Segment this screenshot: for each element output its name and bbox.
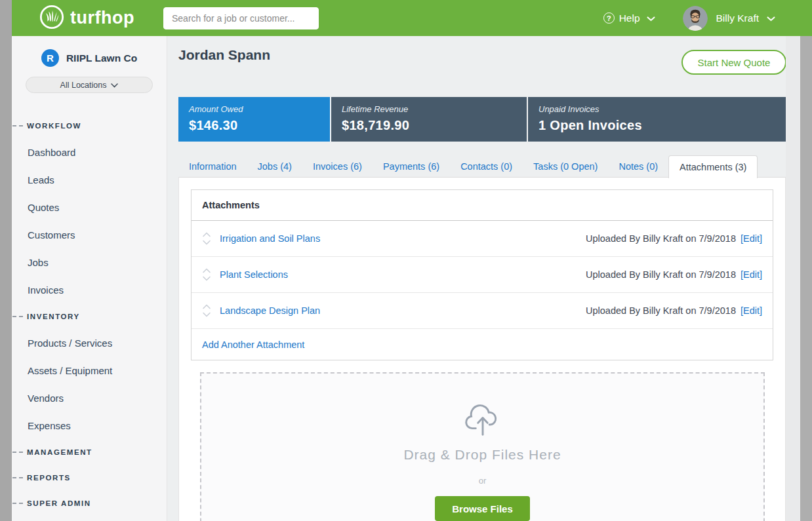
attachment-row: Landscape Design Plan Uploaded By Billy … [192,293,773,329]
reorder-handle[interactable] [202,232,211,245]
attachment-edit-link[interactable]: [Edit] [741,305,762,316]
chevron-down-icon [111,81,118,90]
stat-label: Amount Owed [189,104,330,114]
attachment-row: Plant Selections Uploaded By Billy Kraft… [192,257,773,293]
sidebar-section-header[interactable]: INVENTORY [12,303,167,329]
dropzone-title: Drag & Drop Files Here [201,447,763,463]
page-title: Jordan Spann [178,47,270,63]
add-another-attachment-link[interactable]: Add Another Attachment [202,339,304,350]
tab[interactable]: Information [178,156,247,178]
attachment-name-link[interactable]: Irrigation and Soil Plans [220,233,320,244]
attachment-edit-link[interactable]: [Edit] [741,233,762,244]
attachment-row: Irrigation and Soil Plans Uploaded By Bi… [192,221,773,257]
sidebar-item[interactable]: Quotes [12,193,167,221]
sidebar-section-header[interactable]: MANAGEMENT [12,439,167,465]
tab[interactable]: Notes (0) [608,156,668,178]
stat-unpaid-invoices: Unpaid Invoices 1 Open Invoices [527,97,786,142]
stat-amount-owed: Amount Owed $146.30 [178,97,330,142]
file-dropzone[interactable]: Drag & Drop Files Here or Browse Files [200,372,765,521]
add-attachment-row: Add Another Attachment [192,329,773,360]
chevron-down-icon[interactable] [767,12,775,24]
brand-logo[interactable]: turfhop [39,5,134,32]
section-dashes-icon [12,452,23,453]
tab[interactable]: Attachments (3) [668,155,758,178]
user-name[interactable]: Billy Kraft [716,12,759,24]
attachment-list: Irrigation and Soil Plans Uploaded By Bi… [192,221,773,329]
tab[interactable]: Tasks (0 Open) [523,156,608,178]
sidebar-item[interactable]: Products / Services [12,329,167,357]
chevron-up-icon [202,304,211,309]
attachments-panel: Attachments Irrigation and Soil Plans Up… [191,189,773,360]
attachment-uploaded-text: Uploaded By Billy Kraft on 7/9/2018 [586,305,736,316]
cloud-upload-icon [201,404,763,439]
sidebar-item[interactable]: Invoices [12,276,167,303]
stat-label: Unpaid Invoices [538,104,786,114]
section-dashes-icon [12,125,23,126]
location-label: All Locations [60,81,107,90]
chevron-down-icon [647,12,655,24]
attachment-uploaded-text: Uploaded By Billy Kraft on 7/9/2018 [586,233,736,244]
tab[interactable]: Jobs (4) [247,156,302,178]
sidebar-item[interactable]: Assets / Equipment [12,357,167,384]
section-dashes-icon [12,503,23,504]
brand-name: turfhop [70,8,134,28]
attachment-edit-link[interactable]: [Edit] [741,269,762,280]
sidebar-item[interactable]: Vendors [12,384,167,412]
browse-files-button[interactable]: Browse Files [435,496,530,521]
main-content: Jordan Spann Dashboard > Customers > Jor… [167,36,812,521]
sidebar-item[interactable]: Dashboard [12,138,167,166]
attachments-panel-title: Attachments [192,190,773,221]
stat-value: $18,719.90 [342,118,527,133]
sidebar-item[interactable]: Leads [12,166,167,193]
sidebar-nav: WORKFLOWDashboardLeadsQuotesCustomersJob… [12,113,167,516]
sidebar-section-header[interactable]: SUPER ADMIN [12,490,167,516]
global-search [163,7,319,29]
customer-stats-bar: Amount Owed $146.30 Lifetime Revenue $18… [178,97,786,142]
attachment-uploaded-text: Uploaded By Billy Kraft on 7/9/2018 [586,269,736,280]
help-menu[interactable]: ? Help [603,12,655,24]
stat-value: 1 Open Invoices [538,118,786,133]
stat-label: Lifetime Revenue [342,104,527,114]
sidebar: R RIIPL Lawn Co All Locations WORKFLOWDa… [12,36,167,521]
sidebar-item[interactable]: Customers [12,221,167,248]
company-logo: R [41,49,59,67]
dropzone-or-label: or [201,476,763,486]
chevron-down-icon [202,276,211,281]
company-name: RIIPL Lawn Co [66,52,137,64]
company-switcher[interactable]: R RIIPL Lawn Co [12,49,167,67]
help-label: Help [619,12,640,24]
sidebar-item[interactable]: Expenses [12,412,167,439]
attachment-name-link[interactable]: Plant Selections [220,269,288,280]
tab-content-panel: Attachments Irrigation and Soil Plans Up… [178,177,786,521]
help-icon: ? [603,12,615,24]
tab[interactable]: Invoices (6) [302,156,373,178]
section-dashes-icon [12,477,23,478]
sidebar-section-header[interactable]: WORKFLOW [12,113,167,138]
user-avatar[interactable] [683,6,708,31]
window-edge-strip [0,0,12,521]
top-header: turfhop ? Help Billy Kraft [12,0,812,36]
sidebar-section-header[interactable]: REPORTS [12,465,167,490]
chevron-down-icon [202,312,211,317]
attachment-name-link[interactable]: Landscape Design Plan [220,305,320,316]
location-selector[interactable]: All Locations [26,77,153,93]
section-dashes-icon [12,316,23,317]
start-new-quote-button[interactable]: Start New Quote [681,50,786,75]
search-input[interactable] [163,7,319,29]
stat-lifetime-revenue: Lifetime Revenue $18,719.90 [330,97,527,142]
chevron-up-icon [202,268,211,273]
tab[interactable]: Payments (6) [373,156,450,178]
sidebar-item[interactable]: Jobs [12,248,167,276]
scrollbar-thumb[interactable] [800,36,812,521]
chevron-up-icon [202,232,211,237]
turfhop-grass-icon [39,5,64,32]
tab[interactable]: Contacts (0) [450,156,523,178]
stat-value: $146.30 [189,118,330,133]
tabs: InformationJobs (4)Invoices (6)Payments … [178,155,758,178]
reorder-handle[interactable] [202,304,211,317]
chevron-down-icon [202,240,211,245]
scrollbar-track[interactable] [786,36,812,521]
reorder-handle[interactable] [202,268,211,281]
